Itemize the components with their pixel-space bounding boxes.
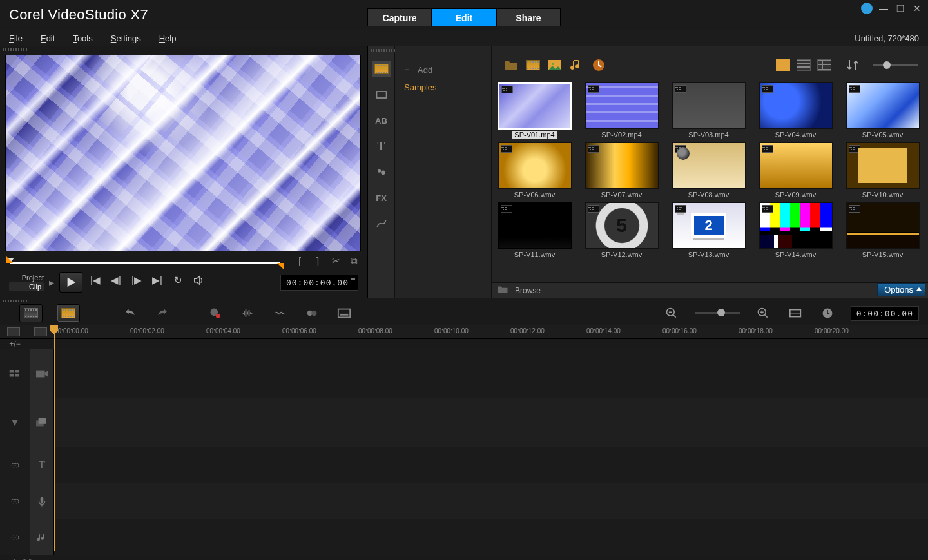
clip-item[interactable]: SP-V06.wmv [494, 142, 575, 198]
clip-item[interactable]: SP-V05.wmv [842, 82, 923, 139]
cut-icon[interactable]: ✂ [329, 255, 343, 269]
next-frame-button[interactable]: |▶ [129, 275, 144, 290]
category-graphic-icon[interactable] [372, 164, 391, 180]
track-overlay-icon[interactable] [30, 398, 54, 447]
menu-tools[interactable]: Tools [64, 34, 101, 43]
tab-edit[interactable]: Edit [432, 8, 496, 26]
record-button[interactable] [206, 305, 224, 321]
track-manager-icon[interactable] [0, 349, 30, 398]
project-duration-icon[interactable] [818, 305, 836, 321]
track-enable-icon[interactable] [0, 447, 30, 483]
browse-button[interactable]: Browse [515, 286, 541, 295]
repeat-button[interactable]: ↻ [170, 275, 186, 290]
mark-in-button[interactable]: [ [293, 255, 307, 269]
web-icon[interactable] [861, 3, 873, 14]
filter-audio-icon[interactable] [569, 59, 585, 72]
filter-video-icon[interactable] [525, 59, 541, 72]
filter-free-icon[interactable] [591, 59, 606, 72]
play-button[interactable] [59, 272, 82, 293]
sort-icon[interactable] [846, 59, 861, 72]
mark-out-handle[interactable] [277, 263, 284, 269]
clip-item[interactable]: SP-V14.wmv [755, 202, 836, 258]
zoom-in-button[interactable] [754, 305, 772, 321]
preview-canvas[interactable] [5, 55, 361, 251]
thumb-size-slider[interactable] [873, 64, 918, 66]
view-thumb-icon[interactable] [776, 59, 790, 71]
menu-edit[interactable]: Edit [32, 34, 64, 43]
view-list-icon[interactable] [797, 59, 811, 71]
menu-settings[interactable]: Settings [102, 34, 150, 43]
clip-item[interactable]: 2SP-V13.wmv [668, 202, 749, 258]
preview-mode-toggle[interactable]: Project Clip [9, 273, 44, 291]
timeline-view-button[interactable] [57, 304, 80, 322]
track-video-icon[interactable] [30, 349, 54, 398]
home-button[interactable]: |◀ [88, 275, 103, 290]
clip-item[interactable]: SP-V08.wmv [668, 142, 749, 198]
volume-button[interactable] [191, 275, 206, 290]
clip-item[interactable]: SP-V03.mp4 [668, 82, 749, 139]
ruler-toggle-b-icon[interactable] [34, 327, 47, 336]
redo-button[interactable] [153, 305, 171, 321]
panel-grip-icon[interactable] [371, 49, 396, 52]
tab-capture[interactable]: Capture [367, 8, 432, 26]
clip-item[interactable]: SP-V04.wmv [755, 82, 836, 139]
category-transition-icon[interactable]: AB [372, 112, 391, 129]
minimize-icon[interactable]: — [878, 3, 889, 14]
category-path-icon[interactable] [372, 215, 391, 232]
view-grid-icon[interactable] [817, 59, 831, 71]
preview-timecode[interactable]: 00:00:00.00 [280, 275, 358, 291]
track-enable-icon[interactable] [0, 519, 30, 555]
track-music[interactable] [0, 519, 928, 555]
browse-icon[interactable] [497, 285, 508, 296]
audio-mixer-button[interactable] [238, 305, 256, 321]
filter-photo-icon[interactable] [547, 59, 563, 72]
scroll-left-icon[interactable]: ◀ [20, 557, 25, 561]
track-motion-button[interactable] [303, 305, 321, 321]
mode-collapse-icon[interactable]: ▸ [49, 276, 54, 289]
clip-item[interactable]: SP-V10.wmv [842, 142, 923, 198]
clip-item[interactable]: 5SP-V12.wmv [581, 202, 662, 258]
category-instant-icon[interactable] [372, 86, 391, 103]
panel-grip-icon[interactable] [3, 48, 28, 51]
add-track-button[interactable]: +/− [0, 340, 30, 349]
track-voice[interactable] [0, 483, 928, 519]
import-folder-icon[interactable] [503, 59, 519, 72]
close-icon[interactable]: ✕ [911, 3, 923, 14]
scrub-bar[interactable] [6, 256, 289, 268]
menu-file[interactable]: File [0, 34, 32, 43]
zoom-slider[interactable] [695, 312, 740, 314]
scroll-options-icon[interactable]: ⤢ [10, 557, 16, 561]
mark-out-button[interactable]: ] [311, 255, 325, 269]
fit-project-button[interactable] [786, 305, 804, 321]
end-button[interactable]: ▶| [150, 275, 165, 290]
undo-button[interactable] [121, 305, 139, 321]
zoom-out-button[interactable] [662, 305, 681, 321]
track-expand-icon[interactable]: ▼ [0, 398, 30, 447]
folder-samples[interactable]: Samples [395, 79, 491, 97]
clip-item[interactable]: SP-V15.wmv [842, 202, 923, 258]
ruler-toggle-a-icon[interactable] [7, 327, 20, 336]
menu-help[interactable]: Help [150, 34, 186, 43]
auto-music-button[interactable] [271, 305, 289, 321]
clip-item[interactable]: SP-V01.mp4 [494, 82, 575, 139]
track-overlay[interactable]: ▼ [0, 398, 928, 447]
category-media-icon[interactable] [372, 61, 391, 77]
scroll-right-icon[interactable]: ▶ [29, 557, 34, 561]
prev-frame-button[interactable]: ◀| [108, 275, 124, 290]
panel-grip-icon[interactable] [3, 300, 28, 302]
clip-item[interactable]: SP-V02.mp4 [581, 82, 662, 139]
track-title-icon[interactable]: T [30, 447, 54, 483]
clip-item[interactable]: SP-V11.wmv [494, 202, 575, 258]
snapshot-icon[interactable]: ⧉ [347, 255, 361, 269]
track-video[interactable] [0, 349, 928, 398]
options-button[interactable]: Options [877, 283, 925, 296]
storyboard-view-button[interactable] [19, 304, 43, 322]
subtitle-button[interactable] [335, 305, 353, 321]
clip-item[interactable]: SP-V07.wmv [581, 142, 662, 198]
tab-share[interactable]: Share [496, 8, 561, 26]
category-title-icon[interactable]: T [372, 138, 391, 155]
timeline-ruler[interactable]: 00:00:00.0000:00:02.0000:00:04.0000:00:0… [0, 325, 928, 339]
category-filter-icon[interactable]: FX [372, 189, 391, 206]
restore-icon[interactable]: ❐ [894, 3, 906, 14]
add-folder-button[interactable]: ＋ Add [395, 61, 491, 79]
